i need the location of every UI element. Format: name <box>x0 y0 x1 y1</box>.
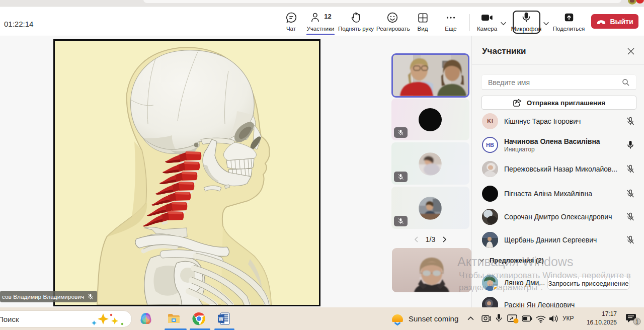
svg-text:1: 1 <box>635 319 638 324</box>
svg-text:W: W <box>218 316 223 321</box>
